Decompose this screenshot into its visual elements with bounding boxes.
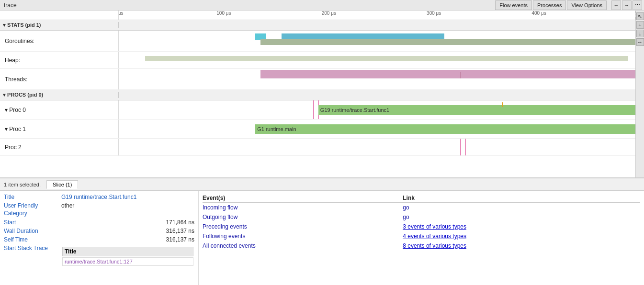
details-right: Event(s) Link Incoming flowgoOutgoing fl… <box>199 191 644 285</box>
event-row: All connected events8 events of various … <box>203 241 640 251</box>
event-row: Preceding events3 events of various type… <box>203 222 640 231</box>
proc2-label: Proc 2 <box>0 139 119 155</box>
wall-row: Wall Duration 316,137 ns <box>4 228 194 234</box>
event-link-cell: go <box>403 203 640 213</box>
timeline-ruler: 0 μs 100 μs 200 μs 300 μs 400 μs 500 μs <box>0 11 644 20</box>
category-label: User Friendly Category <box>4 202 61 217</box>
stats-label[interactable]: ▾ STATS (pid 1) <box>0 22 119 28</box>
ruler-ticks: 0 μs 100 μs 200 μs 300 μs 400 μs 500 μs <box>119 11 644 20</box>
event-link-cell[interactable]: 4 events of various types <box>403 231 640 241</box>
proc0-marker <box>502 102 503 107</box>
nav-buttons: ← → ⋯ <box>611 0 642 10</box>
title-value: G19 runtime/trace.Start.func1 <box>61 194 194 200</box>
self-value: 316,137 ns <box>61 236 194 243</box>
event-row: Following events4 events of various type… <box>203 231 640 241</box>
category-value: other <box>61 202 194 217</box>
proc1-bar[interactable]: G1 runtime.main <box>255 124 644 134</box>
bottom-content: Title G19 runtime/trace.Start.func1 User… <box>0 191 644 285</box>
nav-right-button[interactable]: → <box>622 0 632 10</box>
zoom-in-btn[interactable]: + <box>636 21 644 29</box>
heap-row: Heap: <box>0 52 644 69</box>
stack-table: Title runtime/trace.Start.func1:127 <box>61 246 194 267</box>
events-header-row: Event(s) Link <box>203 194 640 203</box>
app-title: trace <box>2 2 17 9</box>
tick-100: 100 μs <box>216 11 231 16</box>
threads-content <box>119 69 644 89</box>
link-col-header: Link <box>403 194 640 203</box>
events-tbody: Incoming flowgoOutgoing flowgoPreceding … <box>203 203 640 251</box>
trace-area: 0 μs 100 μs 200 μs 300 μs 400 μs 500 μs … <box>0 11 644 177</box>
proc2-vline2 <box>465 139 466 155</box>
proc1-label[interactable]: ▾ Proc 1 <box>0 120 119 138</box>
bottom-panel: 1 item selected. Slice (1) Title G19 run… <box>0 177 644 285</box>
goroutines-row: Goroutines: <box>0 31 644 52</box>
slice-tab[interactable]: Slice (1) <box>46 180 78 189</box>
selected-info: 1 item selected. <box>4 182 41 187</box>
bottom-tabs: 1 item selected. Slice (1) <box>0 178 644 191</box>
stats-header-content <box>119 20 644 30</box>
self-label: Self Time <box>4 236 61 243</box>
flow-events-button[interactable]: Flow events <box>495 0 532 10</box>
proc0-vline1 <box>313 100 314 119</box>
stack-col-header: Title <box>62 247 193 256</box>
toolbar-buttons: Flow events Processes View Options ← → ⋯ <box>495 0 642 10</box>
start-row: Start 171,864 ns <box>4 219 194 226</box>
proc2-vline1 <box>460 139 461 155</box>
proc1-row: ▾ Proc 1 G1 runtime.main <box>0 120 644 139</box>
tick-200: 200 μs <box>322 11 336 16</box>
start-value: 171,864 ns <box>61 219 194 226</box>
event-row: Outgoing flowgo <box>203 212 640 222</box>
stack-header-row: Title <box>62 247 193 256</box>
tick-0: 0 μs <box>119 11 124 16</box>
stack-value[interactable]: runtime/trace.Start.func1:127 <box>62 257 193 266</box>
event-col-header: Event(s) <box>203 194 403 203</box>
self-row: Self Time 316,137 ns <box>4 236 194 243</box>
fit-btn[interactable]: ↔ <box>636 38 644 46</box>
event-name-cell: Following events <box>203 231 403 241</box>
event-name-cell: Outgoing flow <box>203 212 403 222</box>
wall-label: Wall Duration <box>4 228 61 234</box>
stack-table-wrapper: Title runtime/trace.Start.func1:127 <box>61 245 194 267</box>
goroutines-bar-green <box>260 39 644 45</box>
proc2-content <box>119 139 644 155</box>
details-left: Title G19 runtime/trace.Start.func1 User… <box>0 191 199 285</box>
nav-left-button[interactable]: ← <box>611 0 621 10</box>
nav-expand-button[interactable]: ⋯ <box>633 0 642 10</box>
threads-label: Threads: <box>0 69 119 89</box>
stack-row: Start Stack Trace Title runtime/trace.St… <box>4 245 194 267</box>
proc0-bar[interactable]: G19 runtime/trace.Start.func1 <box>318 105 639 115</box>
view-options-button[interactable]: View Options <box>567 0 607 10</box>
stats-section-header: ▾ STATS (pid 1) X <box>0 20 644 31</box>
title-row: Title G19 runtime/trace.Start.func1 <box>4 194 194 200</box>
procs-label[interactable]: ▾ PROCS (pid 0) <box>0 92 119 98</box>
threads-spike <box>460 72 461 78</box>
proc0-row: ▾ Proc 0 G19 runtime/trace.Start.func1 <box>0 100 644 120</box>
proc0-label[interactable]: ▾ Proc 0 <box>0 100 119 119</box>
heap-label: Heap: <box>0 52 119 68</box>
event-name-cell: Preceding events <box>203 222 403 231</box>
events-table: Event(s) Link Incoming flowgoOutgoing fl… <box>203 194 640 251</box>
proc0-content: G19 runtime/trace.Start.func1 <box>119 100 644 119</box>
zoom-out-btn[interactable]: ↓ <box>636 30 644 37</box>
scrollbar-panel: ↖ + ↓ ↔ <box>635 11 644 177</box>
toolbar: trace Flow events Processes View Options… <box>0 0 644 11</box>
event-link-cell[interactable]: 3 events of various types <box>403 222 640 231</box>
tick-400: 400 μs <box>531 11 546 16</box>
goroutines-content <box>119 31 644 51</box>
category-row: User Friendly Category other <box>4 202 194 217</box>
event-link-cell[interactable]: 8 events of various types <box>403 241 640 251</box>
heap-content <box>119 52 644 68</box>
proc2-row: Proc 2 <box>0 139 644 156</box>
start-label: Start <box>4 219 61 226</box>
threads-bar <box>260 70 644 78</box>
processes-button[interactable]: Processes <box>533 0 566 10</box>
event-link-cell: go <box>403 212 640 222</box>
stack-value-row: runtime/trace.Start.func1:127 <box>62 257 193 266</box>
event-row: Incoming flowgo <box>203 203 640 213</box>
event-name-cell: Incoming flow <box>203 203 403 213</box>
threads-row: Threads: <box>0 69 644 90</box>
cursor-btn[interactable]: ↖ <box>636 12 644 20</box>
tick-300: 300 μs <box>427 11 441 16</box>
events-thead: Event(s) Link <box>203 194 640 203</box>
goroutines-label: Goroutines: <box>0 31 119 51</box>
